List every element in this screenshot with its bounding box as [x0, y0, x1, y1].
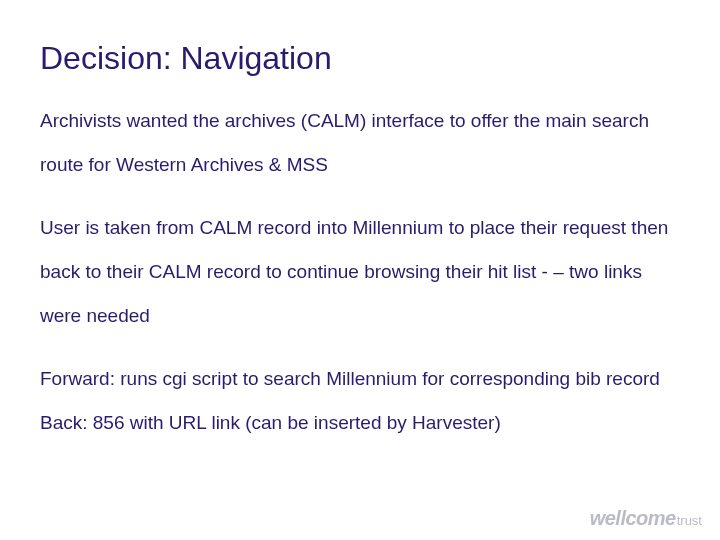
paragraph-4: Back: 856 with URL link (can be inserted… — [40, 401, 680, 445]
wellcome-trust-logo: wellcome trust — [590, 507, 702, 530]
slide: Decision: Navigation Archivists wanted t… — [0, 0, 720, 540]
slide-body: Archivists wanted the archives (CALM) in… — [40, 99, 680, 445]
paragraph-2: User is taken from CALM record into Mill… — [40, 206, 680, 337]
paragraph-3: Forward: runs cgi script to search Mille… — [40, 357, 680, 401]
logo-sub: trust — [677, 513, 702, 528]
paragraph-1: Archivists wanted the archives (CALM) in… — [40, 99, 680, 186]
logo-main: wellcome — [590, 507, 676, 530]
slide-title: Decision: Navigation — [40, 40, 680, 77]
